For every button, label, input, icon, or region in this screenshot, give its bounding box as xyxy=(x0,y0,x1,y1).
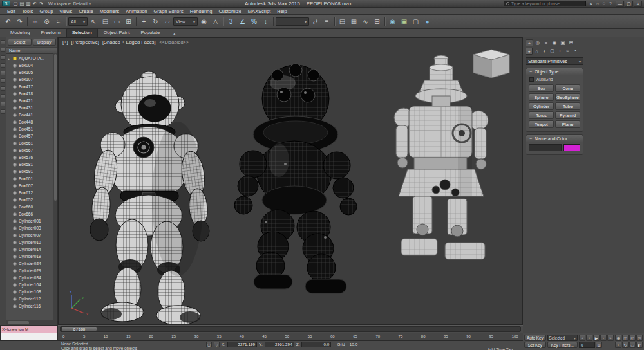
key-filters-button[interactable]: Key Filters... xyxy=(547,342,578,348)
restore-button[interactable]: ▢ xyxy=(625,1,633,7)
menu-item[interactable]: Edit xyxy=(4,8,19,14)
utilities-tab-icon[interactable]: ⊞ xyxy=(567,39,575,46)
use-pivot-icon[interactable]: ◉ xyxy=(198,16,209,27)
frame-tick[interactable]: 90 xyxy=(466,335,471,338)
help-icon[interactable]: ? xyxy=(607,1,614,7)
menu-item[interactable]: Views xyxy=(56,8,75,14)
zoom-icon[interactable]: ⊕ xyxy=(615,335,621,341)
primitive-button[interactable]: Teapot xyxy=(529,120,554,128)
viewport-pov-menu[interactable]: [Perspective] xyxy=(71,39,99,45)
play-icon[interactable]: ▶ xyxy=(593,335,600,341)
frame-tick[interactable]: 95 xyxy=(489,335,493,338)
primitive-button[interactable]: Pyramid xyxy=(555,111,580,119)
cameras-icon[interactable]: ▢ xyxy=(549,48,556,55)
close-button[interactable]: × xyxy=(634,1,642,7)
shapes-icon[interactable]: ∩ xyxy=(533,48,540,55)
menu-item[interactable]: Modifiers xyxy=(97,8,122,14)
create-tab-icon[interactable]: + xyxy=(526,39,533,46)
perspective-viewport[interactable]: [+] [Perspective] [Shaded + Edged Faces]… xyxy=(58,37,523,325)
explorer-tool-icon-3[interactable] xyxy=(1,55,5,60)
menu-item[interactable]: Group xyxy=(36,8,56,14)
menu-item[interactable]: Tools xyxy=(19,8,37,14)
frame-tick[interactable]: 35 xyxy=(217,335,222,338)
name-column-header[interactable]: Name xyxy=(6,47,57,54)
maximize-viewport-icon[interactable]: ▭ xyxy=(629,342,636,348)
snap-toggle-icon[interactable]: 3 xyxy=(225,16,236,27)
spacewarps-icon[interactable]: ≈ xyxy=(564,48,571,55)
primitive-button[interactable]: Tube xyxy=(555,102,580,110)
menu-item[interactable]: MAXScript xyxy=(245,8,274,14)
list-item[interactable]: Cylinder010 xyxy=(6,239,57,246)
explorer-tool-icon-4[interactable] xyxy=(1,63,5,68)
frame-tick[interactable]: 80 xyxy=(421,335,426,338)
scrollbar-thumb[interactable] xyxy=(54,54,57,201)
list-item[interactable]: Box457 xyxy=(6,133,57,140)
explorer-tool-icon-5[interactable] xyxy=(1,71,5,75)
previous-frame-icon[interactable]: ‹ xyxy=(586,335,592,341)
menu-item[interactable]: Create xyxy=(75,8,97,14)
undo-icon[interactable]: ↶ xyxy=(3,16,14,27)
lights-icon[interactable]: ◐ xyxy=(541,48,548,55)
menu-item[interactable]: Graph Editors xyxy=(151,8,187,14)
display-tab-icon[interactable]: ▣ xyxy=(559,39,567,46)
favorites-icon[interactable]: ☆ xyxy=(601,1,607,7)
minimize-button[interactable]: — xyxy=(616,1,624,7)
frame-tick[interactable]: 25 xyxy=(171,335,176,338)
z-coordinate-field[interactable]: 0.0 xyxy=(301,342,331,347)
list-item[interactable]: Box441 xyxy=(6,111,57,118)
frame-tick[interactable]: 50 xyxy=(285,335,290,338)
primitive-category-dropdown[interactable]: Standard Primitives ▾ xyxy=(526,57,583,65)
expander-icon[interactable] xyxy=(8,57,11,60)
list-item[interactable]: Cylinder024 xyxy=(6,260,57,267)
select-move-icon[interactable]: + xyxy=(138,16,149,27)
viewport-general-menu[interactable]: [+] xyxy=(62,39,68,45)
mirror-icon[interactable]: ⇄ xyxy=(310,16,321,27)
object-color-swatch[interactable] xyxy=(564,144,580,151)
modify-tab-icon[interactable]: ◎ xyxy=(534,39,542,46)
frame-tick[interactable]: 40 xyxy=(240,335,244,338)
list-item[interactable]: AQUATOTA... xyxy=(6,55,57,62)
list-item[interactable]: Box004 xyxy=(6,62,57,69)
list-item[interactable]: Cylinder019 xyxy=(6,253,57,260)
list-item[interactable]: Box417 xyxy=(6,83,57,90)
ribbon-tab[interactable]: Object Paint xyxy=(99,29,135,37)
schematic-view-icon[interactable]: ⊟ xyxy=(372,16,383,27)
systems-icon[interactable]: * xyxy=(572,48,579,55)
model-blocky-robot[interactable] xyxy=(394,55,488,259)
primitive-button[interactable]: Box xyxy=(529,84,554,92)
open-file-icon[interactable]: ▤ xyxy=(19,1,25,7)
go-to-end-icon[interactable]: » xyxy=(607,335,614,341)
application-menu-button[interactable]: 3 xyxy=(2,1,10,6)
time-slider-handle[interactable]: 0 / 100 xyxy=(61,327,97,331)
ribbon-tab[interactable]: Selection xyxy=(66,28,98,37)
frame-tick[interactable]: 5 xyxy=(83,335,85,338)
frame-tick[interactable]: 85 xyxy=(444,335,448,338)
select-link-icon[interactable]: ∞ xyxy=(30,16,41,27)
explorer-tool-icon-8[interactable] xyxy=(1,94,5,98)
autogrid-checkbox[interactable] xyxy=(529,77,534,82)
home-icon[interactable]: ⌂ xyxy=(594,1,601,7)
model-round-robot[interactable] xyxy=(234,64,357,293)
horizontal-scrollbar[interactable] xyxy=(6,320,57,325)
track-bar[interactable]: 0510152025303540455055606570758085909510… xyxy=(58,333,523,340)
frame-tick[interactable]: 30 xyxy=(194,335,199,338)
list-item[interactable]: Box451 xyxy=(6,125,57,133)
view-cube[interactable] xyxy=(473,50,509,78)
frame-tick[interactable]: 15 xyxy=(126,335,131,338)
scrollbar-thumb[interactable] xyxy=(8,321,29,324)
list-item[interactable]: Box652 xyxy=(6,196,57,203)
new-scene-icon[interactable]: ▢ xyxy=(12,1,19,7)
auto-key-button[interactable]: Auto Key xyxy=(524,335,546,341)
menu-item[interactable]: Rendering xyxy=(187,8,216,14)
primitive-button[interactable]: Plane xyxy=(555,120,580,128)
list-item[interactable]: Box581 xyxy=(6,161,57,168)
material-editor-icon[interactable]: ◉ xyxy=(387,16,398,27)
next-frame-icon[interactable]: › xyxy=(600,335,607,341)
angle-snap-icon[interactable]: ∠ xyxy=(237,16,248,27)
explorer-tool-icon-6[interactable] xyxy=(1,78,5,83)
primitive-button[interactable]: Sphere xyxy=(529,93,554,101)
explorer-select-button[interactable]: Select xyxy=(8,39,32,46)
selection-filter-dropdown[interactable]: All ▾ xyxy=(68,17,88,26)
time-slider-track[interactable]: 0 / 100 xyxy=(60,326,521,332)
list-item[interactable]: Cylinder003 xyxy=(6,225,57,232)
